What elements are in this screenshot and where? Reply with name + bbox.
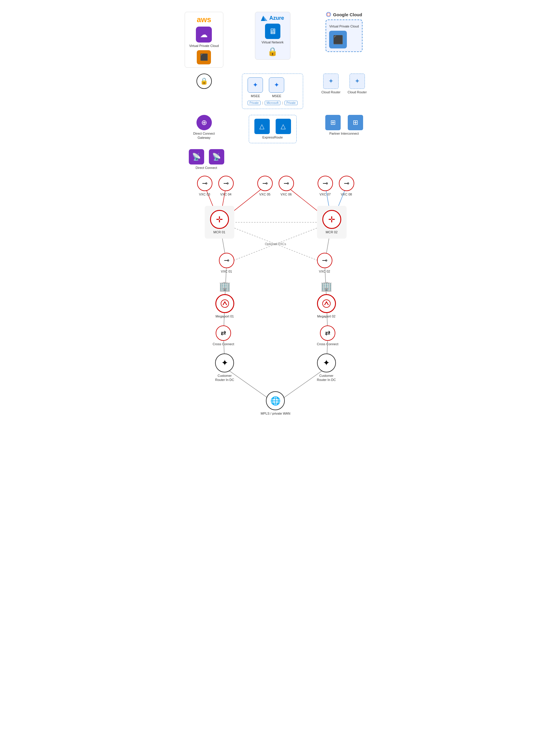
gcp-vpc-label: Virtual Private Cloud xyxy=(329,24,359,28)
expressroute-node: △ △ ExpressRoute xyxy=(240,115,305,143)
megaport01-svg xyxy=(221,299,229,308)
vxc08-node: ⊸ VXC 08 xyxy=(339,176,354,196)
cloud-router1-node: ✦ Cloud Router xyxy=(322,74,341,94)
gcp-routers-row: ✦ Cloud Router ✦ Cloud Router xyxy=(322,74,367,94)
cc1-node: ⇄ Cross Connect xyxy=(213,325,234,346)
cr2-icon: ✦ xyxy=(317,353,336,372)
mcr01-icon: ✛ xyxy=(210,210,229,229)
row3: ⊕ Direct ConnectGateway △ △ ExpressRoute… xyxy=(138,115,413,143)
aws-vpc-icon: ☁ xyxy=(196,27,212,43)
mpls-icon: 🌐 xyxy=(266,391,285,410)
er-icon1: △ xyxy=(254,119,270,134)
vxc03-label: VXC 03 xyxy=(199,192,210,196)
peering-labels: Private | Microsoft | Private xyxy=(247,101,297,105)
vxc07-node: ⊸ VXC 07 xyxy=(318,176,333,196)
vxc05-label: VXC 05 xyxy=(259,192,270,196)
row4: 📡 📡 Direct Connect xyxy=(138,149,413,170)
megaport01-icon xyxy=(215,294,234,313)
vxc08-icon: ⊸ xyxy=(339,176,354,191)
cc2-node: ⇄ Cross Connect xyxy=(317,325,339,346)
megaport02-node: 🏢 Megaport 02 xyxy=(317,281,336,318)
msee1-icon: ✦ xyxy=(247,77,263,93)
azure-msee-dashed-box: ✦ MSEE ✦ MSEE Private | Microsoft | Priv… xyxy=(242,74,303,109)
svg-point-23 xyxy=(327,12,331,17)
vxc12-row: ⊸ VXC 01 ⊸ VXC 02 xyxy=(138,253,413,273)
msee2-node: ✦ MSEE xyxy=(269,77,284,98)
dc-icon2: 📡 xyxy=(209,149,224,164)
aws-lock-node: 🔒 xyxy=(177,74,231,89)
dcg-node: ⊕ Direct ConnectGateway xyxy=(177,115,231,140)
megaport02-label: Megaport 02 xyxy=(317,314,336,318)
vxc06-label: VXC 06 xyxy=(281,192,292,196)
aws-chip-icon: ⬛ xyxy=(197,50,211,64)
cc2-icon: ⇄ xyxy=(320,325,335,341)
mpls-row: 🌐 MPLS / private WAN xyxy=(138,391,413,416)
svg-point-26 xyxy=(323,300,330,307)
dc-icons-row: 📡 📡 xyxy=(189,149,224,164)
megaport-row: 🏢 Megaport 01 🏢 Megaport 02 xyxy=(138,281,413,318)
mcr01-label: MCR 01 xyxy=(213,230,225,234)
cr1-icon: ✦ xyxy=(215,353,234,372)
megaport02-icon xyxy=(317,294,336,313)
azure-vnet-label: Virtual Network xyxy=(261,40,283,44)
gcp-brand-text: Google Cloud xyxy=(333,12,362,17)
aws-logo-icon: aws xyxy=(197,15,211,24)
megaport01-label: Megaport 01 xyxy=(216,314,234,318)
vxc04-node: ⊸ VXC 04 xyxy=(218,176,234,196)
aws-lock-icon: 🔒 xyxy=(196,74,212,89)
azure-msee-node: ✦ MSEE ✦ MSEE Private | Microsoft | Priv… xyxy=(240,74,305,109)
vxc05-node: ⊸ VXC 05 xyxy=(257,176,273,196)
dcg-label: Direct ConnectGateway xyxy=(193,131,215,140)
cc1-icon: ⇄ xyxy=(216,325,231,341)
mcr02-icon: ✛ xyxy=(322,210,341,229)
gcp-chip-icon: ⬛ xyxy=(329,31,347,48)
cc1-label: Cross Connect xyxy=(213,342,234,346)
aws-box: aws ☁ Virtual Private Cloud ⬛ xyxy=(185,12,223,68)
vxc02-label: VXC 02 xyxy=(319,269,330,273)
vxc06-icon: ⊸ xyxy=(279,176,294,191)
dcg-icon: ⊕ xyxy=(196,115,212,130)
dc-label: Direct Connect xyxy=(195,166,217,170)
crossconnect-row: ⇄ Cross Connect ⇄ Cross Connect xyxy=(138,325,413,346)
mpls-label: MPLS / private WAN xyxy=(260,411,290,416)
mcr02-node: ✛ MCR 02 xyxy=(317,206,347,238)
mcr01-box: ✛ MCR 01 xyxy=(205,206,234,238)
msee2-icon: ✦ xyxy=(269,77,284,93)
cloud-router2-icon: ✦ xyxy=(350,74,365,89)
diagram-container: aws ☁ Virtual Private Cloud ⬛ Azure 🖥 Vi… xyxy=(138,0,413,428)
pi-node: ⊞ ⊞ Partner Interconnect xyxy=(315,115,374,136)
building1-icon: 🏢 xyxy=(219,281,231,292)
customer-router-row: ✦ CustomerRouter In DC ✦ CustomerRouter … xyxy=(138,353,413,382)
azure-section: Azure 🖥 Virtual Network 🔒 xyxy=(240,12,305,60)
vxc06-node: ⊸ VXC 06 xyxy=(279,176,294,196)
mcr01-node: ✛ MCR 01 xyxy=(205,206,234,238)
microsoft-label: Microsoft xyxy=(265,101,281,105)
pi-icon2: ⊞ xyxy=(348,115,363,130)
msee1-label: MSEE xyxy=(251,94,260,98)
cc2-label: Cross Connect xyxy=(317,342,339,346)
azure-brand-text: Azure xyxy=(269,15,284,21)
pi-icon1: ⊞ xyxy=(325,115,341,130)
vxc03-node: ⊸ VXC 03 xyxy=(197,176,212,196)
svg-point-25 xyxy=(221,300,229,307)
megaport01-node: 🏢 Megaport 01 xyxy=(215,281,234,318)
mpls-node: 🌐 MPLS / private WAN xyxy=(260,391,290,416)
svg-rect-24 xyxy=(327,13,330,16)
gcp-logo-icon xyxy=(326,12,331,17)
pi-icons-row: ⊞ ⊞ xyxy=(325,115,363,130)
vxc01-node: ⊸ VXC 01 xyxy=(219,253,234,273)
optional-vxcs-label: Optional VXCs xyxy=(265,242,286,246)
er-label: ExpressRoute xyxy=(254,135,291,139)
gcp-routers-node: ✦ Cloud Router ✦ Cloud Router xyxy=(315,74,374,94)
cr2-node: ✦ CustomerRouter In DC xyxy=(317,353,336,382)
cr2-label: CustomerRouter In DC xyxy=(317,374,336,382)
vxc07-label: VXC 07 xyxy=(320,192,331,196)
azure-vnet-icon: 🖥 xyxy=(265,24,281,39)
mcr02-label: MCR 02 xyxy=(326,230,338,234)
vxc05-icon: ⊸ xyxy=(257,176,273,191)
vxc02-icon: ⊸ xyxy=(317,253,333,268)
pi-label: Partner Interconnect xyxy=(330,131,359,136)
azure-logo-icon xyxy=(261,16,267,21)
msee1-node: ✦ MSEE xyxy=(247,77,263,98)
vxc02-node: ⊸ VXC 02 xyxy=(317,253,333,273)
